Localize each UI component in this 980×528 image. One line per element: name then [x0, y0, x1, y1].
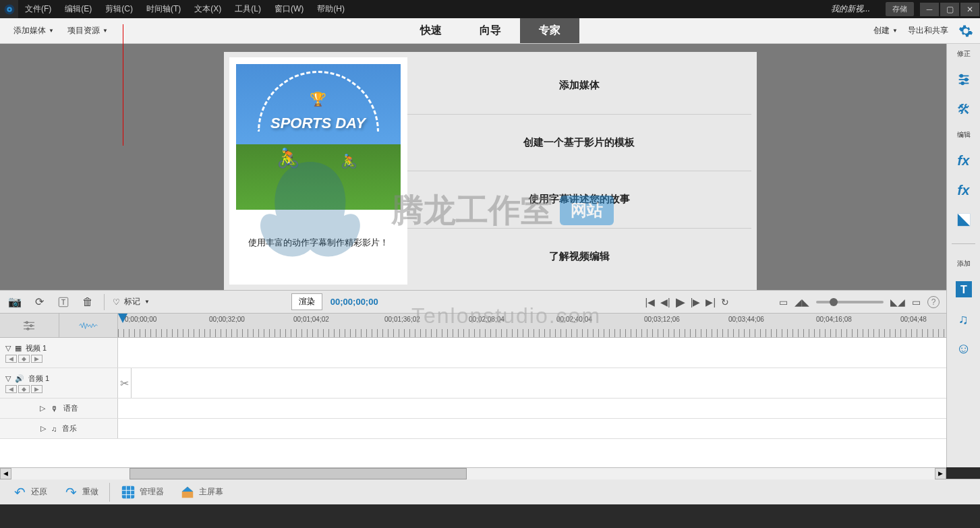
bottom-bar: ↶还原 ↷重做 管理器 主屏幕 — [0, 479, 980, 504]
timeline-scrollbar: ◀ ▶ — [0, 467, 946, 479]
thumbnail-title: SPORTS DAY — [270, 115, 366, 132]
step-back-button[interactable]: ◀| — [660, 297, 670, 307]
panel-tools[interactable]: 🛠 — [955, 100, 973, 118]
tab-quick[interactable]: 快速 — [401, 18, 461, 43]
menu-clip[interactable]: 剪辑(C) — [98, 0, 140, 18]
tab-expert[interactable]: 专家 — [520, 18, 579, 43]
panel-audio[interactable]: ♫ — [955, 310, 973, 328]
panel-titles[interactable]: T — [955, 281, 973, 298]
ruler-tick: 00;00;32;00 — [209, 316, 245, 323]
panel-adjust[interactable] — [955, 71, 973, 88]
ruler-tick: 00;03;12;06 — [644, 316, 680, 323]
redo-button[interactable]: ↷重做 — [58, 482, 104, 502]
panel-fx-draw[interactable]: fx — [955, 152, 973, 169]
track-head-audio1[interactable]: ▽ 🔊 音频 1 ◀◆▶ — [0, 368, 118, 398]
panel-correct[interactable]: 修正 — [957, 49, 971, 59]
menu-text[interactable]: 文本(X) — [188, 0, 228, 18]
tools-icon: 🛠 — [955, 100, 973, 118]
track-dot-button[interactable]: ◆ — [18, 385, 30, 393]
add-media-dropdown[interactable]: 添加媒体▼ — [7, 25, 61, 36]
marker-dropdown[interactable]: ♡ 标记 ▼ — [113, 296, 150, 307]
render-button[interactable]: 渲染 — [291, 293, 322, 310]
save-button[interactable]: 存储 — [886, 2, 914, 16]
thumbnail-image: 🏆 SPORTS DAY 🚴 🚴 — [236, 64, 401, 210]
option-create-template[interactable]: 创建一个基于影片的模板 — [407, 115, 751, 172]
ruler-tick: 00;04;48 — [900, 316, 927, 323]
project-assets-dropdown[interactable]: 项目资源▼ — [61, 25, 115, 36]
undo-button[interactable]: ↶还原 — [7, 482, 53, 502]
settings-icon[interactable] — [958, 24, 973, 38]
menu-file[interactable]: 文件(F) — [18, 0, 58, 18]
goto-end-button[interactable]: ▶| — [705, 297, 716, 307]
fx-icon: fx — [955, 181, 973, 199]
tab-guided[interactable]: 向导 — [461, 18, 520, 43]
track-body-music[interactable] — [118, 419, 946, 438]
text-button[interactable]: T — [55, 294, 71, 310]
zoom-slider[interactable] — [816, 301, 884, 303]
track-body-voice[interactable] — [118, 399, 946, 418]
track-head-video1[interactable]: ▽ ▦ 视频 1 ◀◆▶ — [0, 338, 118, 368]
menu-help[interactable]: 帮助(H) — [310, 0, 351, 18]
track-prev-button[interactable]: ◀ — [5, 385, 17, 393]
track-dot-button[interactable]: ◆ — [18, 355, 30, 363]
scroll-left-button[interactable]: ◀ — [0, 468, 11, 479]
snapshot-button[interactable]: 📷 — [7, 294, 23, 310]
timecode-display[interactable]: 00;00;00;00 — [330, 297, 378, 307]
menu-edit[interactable]: 编辑(E) — [58, 0, 98, 18]
safe-margin-button[interactable]: ▭ — [779, 297, 788, 307]
track-next-button[interactable]: ▶ — [31, 385, 42, 393]
grid-icon — [121, 485, 136, 500]
app-icon — [0, 0, 18, 18]
scroll-thumb[interactable] — [129, 468, 467, 479]
scissors-icon[interactable]: ✂ — [118, 368, 132, 398]
audio-view-button[interactable] — [59, 314, 119, 337]
track-next-button[interactable]: ▶ — [31, 355, 42, 363]
svg-point-6 — [960, 75, 962, 78]
time-ruler[interactable]: 0;00;00;00 00;00;32;00 00;01;04;02 00;01… — [118, 314, 946, 337]
create-dropdown[interactable]: 创建▼ — [873, 25, 898, 36]
track-head-voice[interactable]: ▷ 🎙 语音 — [0, 399, 118, 418]
export-share-button[interactable]: 导出和共享 — [908, 25, 948, 36]
zoom-out-button[interactable]: ◢◣ — [795, 297, 809, 307]
rotate-button[interactable]: ⟳ — [31, 294, 47, 310]
timeline-toolbar: 📷 ⟳ T 🗑 ♡ 标记 ▼ 渲染 00;00;00;00 |◀ ◀| ▶ |▶… — [0, 290, 946, 314]
panel-graphics[interactable]: ☺ — [955, 340, 973, 357]
option-add-media[interactable]: 添加媒体 — [407, 57, 751, 115]
ruler-tick: 00;03;44;06 — [728, 316, 764, 323]
close-button[interactable]: ✕ — [960, 3, 979, 16]
delete-button[interactable]: 🗑 — [80, 294, 96, 310]
minimize-button[interactable]: ─ — [920, 3, 939, 16]
svg-text:T: T — [61, 297, 66, 305]
loop-button[interactable]: ↻ — [721, 297, 729, 307]
help-button[interactable]: ? — [927, 296, 940, 308]
panel-edit[interactable]: 编辑 — [957, 130, 971, 140]
panel-color[interactable] — [955, 211, 973, 229]
option-subtitle-story[interactable]: 使用字幕讲述您的故事 — [407, 171, 751, 229]
track-prev-button[interactable]: ◀ — [5, 355, 17, 363]
goto-start-button[interactable]: |◀ — [645, 297, 655, 307]
organizer-button[interactable]: 管理器 — [115, 482, 169, 502]
film-icon: ▦ — [15, 344, 22, 353]
track-head-music[interactable]: ▷ ♫ 音乐 — [0, 419, 118, 438]
menu-window[interactable]: 窗口(W) — [268, 0, 310, 18]
ruler-tick: 00;02;40;04 — [556, 316, 592, 323]
menu-tools[interactable]: 工具(L) — [228, 0, 268, 18]
svg-point-2 — [8, 8, 10, 10]
scroll-right-button[interactable]: ▶ — [935, 468, 946, 479]
timeline-panel: 0;00;00;00 00;00;32;00 00;01;04;02 00;01… — [0, 314, 946, 467]
zoom-in-button[interactable]: ◣◢ — [890, 297, 905, 307]
panel-fx[interactable]: fx — [955, 181, 973, 199]
fullscreen-button[interactable]: ▭ — [912, 297, 921, 307]
home-button[interactable]: 主屏幕 — [175, 482, 229, 502]
track-body-audio1[interactable] — [132, 368, 946, 398]
menu-timeline[interactable]: 时间轴(T) — [140, 0, 188, 18]
scroll-track[interactable] — [11, 468, 935, 479]
panel-add[interactable]: 添加 — [957, 259, 971, 268]
speaker-icon: 🔊 — [15, 374, 24, 383]
timeline-options-button[interactable] — [0, 314, 59, 337]
step-forward-button[interactable]: |▶ — [691, 297, 701, 307]
option-learn-editing[interactable]: 了解视频编辑 — [407, 229, 751, 285]
maximize-button[interactable]: ▢ — [940, 3, 959, 16]
play-button[interactable]: ▶ — [676, 295, 685, 310]
track-body-video1[interactable] — [118, 338, 946, 368]
